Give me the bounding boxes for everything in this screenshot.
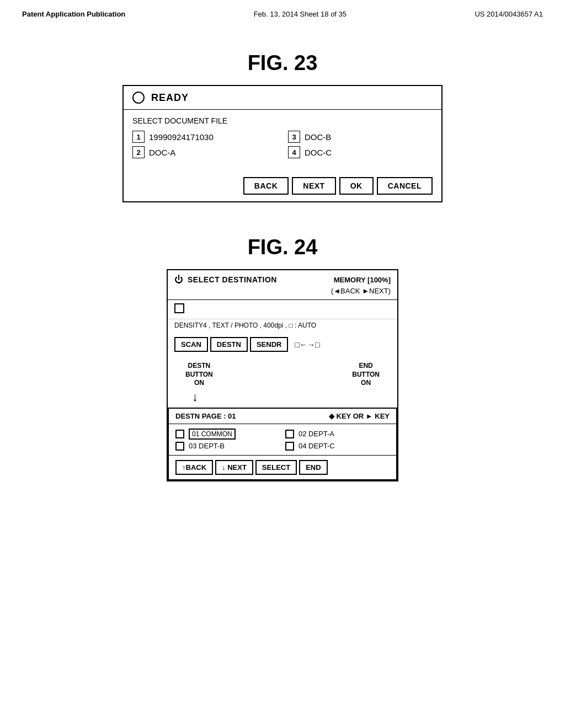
list-item: 03 DEPT-B (175, 442, 280, 451)
dept-name-02: 02 DEPT-A (299, 430, 334, 438)
doc-name-2: DOC-A (149, 148, 175, 157)
cancel-button[interactable]: CANCEL (377, 177, 433, 195)
fig24-header-left: ⏻ SELECT DESTINATION (174, 275, 277, 285)
dept-checkbox-02 (285, 430, 294, 438)
list-item: 4 DOC-C (288, 146, 433, 158)
destn-end-row: DESTNBUTTONON ENDBUTTONON (174, 357, 391, 390)
fig24-label: FIG. 24 (145, 235, 420, 259)
ready-circle-icon (132, 92, 145, 104)
patent-header-middle: Feb. 13, 2014 Sheet 18 of 35 (254, 10, 347, 18)
back-nav-button[interactable]: ↑BACK (175, 460, 213, 475)
doc-grid: 1 19990924171030 3 DOC-B 2 DOC-A 4 DOC-C (132, 131, 433, 158)
fig24-density-row: DENSITY4 , TEXT / PHOTO , 400dpi , □ : A… (168, 319, 397, 334)
dept-checkbox-04 (285, 442, 294, 451)
select-dest-label: SELECT DESTINATION (188, 275, 277, 284)
end-button[interactable]: END (299, 460, 327, 475)
select-label: SELECT (262, 463, 290, 472)
list-item: 3 DOC-B (288, 131, 433, 143)
select-button[interactable]: SELECT (255, 460, 297, 475)
list-item: 2 DOC-A (132, 146, 277, 158)
memory-label: MEMORY [100%] (334, 276, 391, 284)
fig24-header: ⏻ SELECT DESTINATION MEMORY [100%] (◄BAC… (168, 270, 397, 300)
next-nav-label: ↓ NEXT (222, 463, 247, 472)
fig23-label: FIG. 23 (89, 51, 476, 75)
dept-grid: 01 COMMON 02 DEPT-A 03 DEPT-B 04 DEPT-C (169, 424, 396, 455)
end-button-label: ENDBUTTONON (352, 362, 380, 387)
destn-end-section: DESTNBUTTONON ENDBUTTONON ↓ (168, 355, 397, 404)
list-item: 02 DEPT-A (285, 429, 390, 440)
destn-page-section: DESTN PAGE : 01 ◆ KEY OR ► KEY 01 COMMON… (168, 408, 397, 480)
destn-block: DESTNBUTTONON (185, 362, 213, 388)
dept-checkbox-03 (175, 442, 184, 451)
density-label: DENSITY4 , TEXT / PHOTO , 400dpi , □ : A… (174, 322, 316, 329)
select-doc-label: SELECT DOCUMENT FILE (132, 116, 433, 125)
fig23-dialog: READY SELECT DOCUMENT FILE 1 19990924171… (122, 85, 443, 202)
fig24-section: FIG. 24 ⏻ SELECT DESTINATION MEMORY [100… (145, 235, 420, 481)
dept-name-04: 04 DEPT-C (299, 442, 335, 450)
power-icon: ⏻ (174, 275, 183, 285)
doc-name-4: DOC-C (305, 148, 332, 157)
destn-page-buttons: ↑BACK ↓ NEXT SELECT END (169, 455, 396, 479)
list-item: 04 DEPT-C (285, 442, 390, 451)
arrow-down-container: ↓ (174, 390, 391, 404)
fig23-header: READY (124, 86, 441, 110)
scan-button[interactable]: SCAN (174, 337, 208, 352)
checkbox-icon (174, 303, 184, 313)
patent-header-left: Patent Application Publication (22, 10, 125, 18)
nav-label: (◄BACK ►NEXT) (331, 287, 391, 295)
key-label: ◆ KEY OR ► KEY (329, 412, 390, 420)
end-block: ENDBUTTONON (352, 362, 380, 388)
doc-name-1: 19990924171030 (149, 132, 214, 142)
down-arrow-icon: ↓ (192, 390, 198, 404)
patent-header: Patent Application Publication Feb. 13, … (0, 0, 565, 18)
fig24-checkbox-row (168, 300, 397, 319)
next-nav-button[interactable]: ↓ NEXT (215, 460, 253, 475)
doc-name-3: DOC-B (305, 132, 331, 142)
patent-header-right: US 2014/0043657 A1 (475, 10, 543, 18)
list-item: 01 COMMON (175, 429, 280, 440)
dept-checkbox-01 (175, 430, 184, 438)
sendr-button[interactable]: SENDR (250, 337, 289, 352)
next-button[interactable]: NEXT (292, 177, 335, 195)
fig24-dialog: ⏻ SELECT DESTINATION MEMORY [100%] (◄BAC… (167, 269, 398, 481)
end-label: END (306, 463, 321, 472)
back-button[interactable]: BACK (243, 177, 289, 195)
fig23-body: SELECT DOCUMENT FILE 1 19990924171030 3 … (124, 110, 441, 173)
back-nav-label: ↑BACK (182, 463, 206, 472)
destn-button[interactable]: DESTN (210, 337, 248, 352)
doc-num-2: 2 (132, 146, 145, 158)
dept-name-03: 03 DEPT-B (189, 442, 225, 450)
doc-num-3: 3 (288, 131, 300, 143)
fig23-section: FIG. 23 READY SELECT DOCUMENT FILE 1 199… (89, 51, 476, 202)
fig24-header-top: ⏻ SELECT DESTINATION MEMORY [100%] (174, 275, 391, 285)
destn-page-label: DESTN PAGE : 01 (175, 412, 236, 420)
doc-num-4: 4 (288, 146, 300, 158)
arrow-icon: □←→□ (295, 340, 319, 349)
ok-button[interactable]: OK (339, 177, 374, 195)
doc-num-1: 1 (132, 131, 145, 143)
fig23-buttons: BACK NEXT OK CANCEL (124, 173, 441, 201)
dept-name-01: 01 COMMON (189, 429, 236, 440)
list-item: 1 19990924171030 (132, 131, 277, 143)
destn-page-header: DESTN PAGE : 01 ◆ KEY OR ► KEY (169, 409, 396, 424)
fig24-scan-buttons: SCAN DESTN SENDR □←→□ (168, 334, 397, 355)
fig23-status: READY (151, 92, 189, 104)
destn-button-label: DESTNBUTTONON (185, 362, 213, 387)
